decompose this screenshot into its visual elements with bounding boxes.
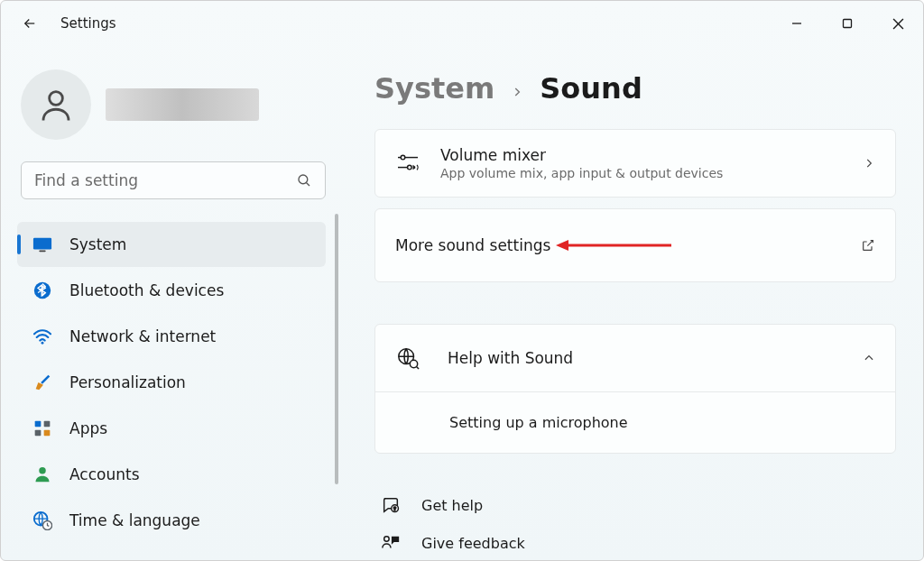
app-title: Settings — [60, 15, 116, 32]
help-header[interactable]: Help with Sound — [375, 325, 895, 391]
sidebar-item-label: Personalization — [69, 373, 186, 391]
back-button[interactable] — [21, 14, 39, 32]
profile-name-placeholder — [106, 88, 259, 121]
minimize-button[interactable] — [772, 5, 822, 41]
user-profile[interactable] — [21, 69, 333, 140]
link-label: Get help — [421, 497, 483, 514]
wifi-icon — [32, 326, 53, 347]
title-bar-left: Settings — [21, 14, 116, 32]
svg-rect-1 — [844, 20, 852, 28]
link-label: Give feedback — [421, 535, 525, 552]
chat-help-icon: ? — [378, 495, 403, 515]
svg-point-21 — [408, 165, 412, 170]
more-sound-settings-card[interactable]: More sound settings — [374, 208, 896, 282]
svg-point-19 — [401, 155, 405, 160]
svg-point-5 — [299, 175, 308, 184]
get-help-link[interactable]: ? Get help — [374, 486, 896, 524]
sidebar-item-label: Accounts — [69, 465, 140, 483]
sidebar-item-network[interactable]: Network & internet — [17, 314, 326, 359]
sidebar-item-label: System — [69, 235, 126, 253]
help-item-label: Setting up a microphone — [449, 414, 875, 431]
globe-search-icon — [395, 346, 420, 370]
feedback-icon — [378, 533, 403, 553]
settings-window: Settings — [0, 0, 924, 561]
title-bar: Settings — [1, 1, 923, 46]
monitor-icon — [32, 234, 53, 255]
close-icon — [892, 18, 904, 30]
sidebar-item-label: Bluetooth & devices — [69, 281, 224, 299]
svg-point-29 — [384, 537, 390, 542]
svg-rect-7 — [33, 238, 51, 250]
sidebar-item-apps[interactable]: Apps — [17, 406, 326, 451]
person-icon — [32, 464, 53, 485]
search-box[interactable] — [21, 161, 326, 199]
svg-line-26 — [417, 367, 419, 369]
close-button[interactable] — [873, 5, 923, 41]
svg-point-4 — [50, 92, 63, 106]
nav: System Bluetooth & devices Network & int… — [17, 221, 333, 544]
card-title: Volume mixer — [440, 146, 843, 164]
search-container — [21, 161, 326, 199]
maximize-button[interactable] — [822, 5, 873, 41]
give-feedback-link[interactable]: Give feedback — [374, 524, 896, 560]
open-external-icon — [861, 238, 875, 253]
sidebar-item-accounts[interactable]: Accounts — [17, 452, 326, 497]
breadcrumb-current: Sound — [540, 71, 642, 106]
bluetooth-icon — [32, 280, 53, 301]
card-subtitle: App volume mix, app input & output devic… — [440, 166, 843, 180]
help-card: Help with Sound Setting up a microphone — [374, 324, 896, 454]
help-item-microphone[interactable]: Setting up a microphone — [375, 391, 895, 453]
svg-point-15 — [39, 467, 46, 474]
svg-rect-13 — [35, 430, 42, 437]
sidebar-item-label: Time & language — [69, 511, 200, 529]
chevron-right-icon — [863, 157, 875, 170]
sidebar-item-label: Apps — [69, 419, 107, 437]
person-icon — [37, 86, 75, 124]
window-controls — [772, 1, 923, 46]
sidebar-item-label: Network & internet — [69, 327, 216, 345]
help-section: Help with Sound Setting up a microphone — [374, 324, 896, 454]
window-body: System Bluetooth & devices Network & int… — [1, 46, 923, 560]
mixer-icon — [395, 153, 420, 173]
svg-point-25 — [410, 360, 417, 367]
card-title: More sound settings — [395, 236, 841, 254]
volume-mixer-card[interactable]: Volume mixer App volume mix, app input &… — [374, 129, 896, 198]
svg-rect-11 — [35, 421, 42, 428]
help-title: Help with Sound — [448, 349, 836, 367]
sidebar-scrollbar[interactable] — [335, 214, 338, 484]
maximize-icon — [842, 18, 853, 29]
sidebar-item-personalization[interactable]: Personalization — [17, 360, 326, 405]
svg-rect-8 — [39, 250, 45, 252]
sidebar-item-system[interactable]: System — [17, 222, 326, 267]
breadcrumb: System Sound — [374, 71, 896, 106]
footer-links: ? Get help Give feedback — [374, 486, 896, 560]
svg-text:?: ? — [393, 506, 396, 511]
apps-icon — [32, 418, 53, 439]
chevron-right-icon — [511, 86, 523, 98]
main-content: System Sound Volume mixer App volume mix… — [344, 46, 923, 560]
sidebar: System Bluetooth & devices Network & int… — [1, 46, 344, 560]
paintbrush-icon — [32, 372, 53, 393]
minimize-icon — [791, 18, 802, 29]
arrow-left-icon — [22, 15, 38, 32]
search-input[interactable] — [34, 171, 287, 189]
svg-point-10 — [42, 342, 44, 345]
chevron-up-icon — [863, 352, 875, 364]
sidebar-item-time-language[interactable]: Time & language — [17, 498, 326, 543]
sidebar-item-bluetooth[interactable]: Bluetooth & devices — [17, 268, 326, 313]
breadcrumb-parent[interactable]: System — [374, 71, 494, 106]
svg-rect-12 — [44, 421, 51, 428]
globe-clock-icon — [32, 510, 53, 531]
avatar — [21, 69, 91, 140]
svg-rect-14 — [44, 430, 51, 437]
search-icon — [296, 172, 312, 189]
svg-line-6 — [306, 182, 310, 186]
